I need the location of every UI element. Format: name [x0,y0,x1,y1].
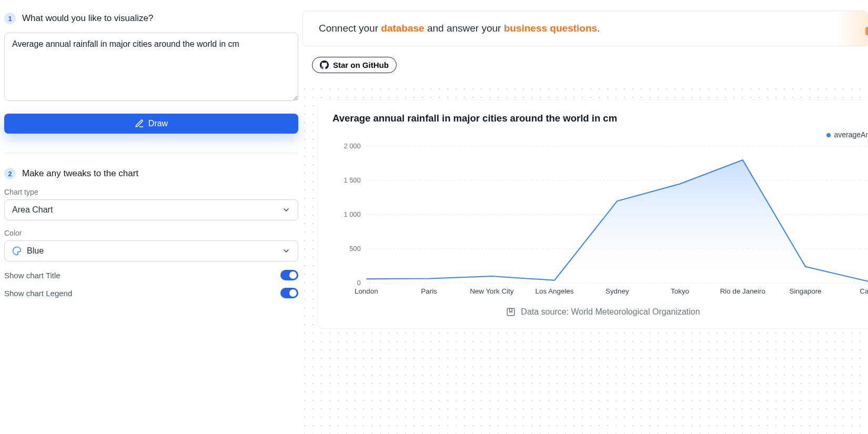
toggle-title-row: Show chart Title [4,270,298,280]
draw-button[interactable]: Draw [4,114,298,134]
draw-button-label: Draw [148,119,168,128]
toggle-legend[interactable] [280,288,298,298]
svg-text:Los Angeles: Los Angeles [536,287,574,295]
step-2-label: Make any tweaks to the chart [22,168,138,179]
chart-plot: 05001 0001 5002 000LondonParisNew York C… [332,142,868,300]
chart-source-row: Data source: World Meteorological Organi… [332,307,868,317]
chart-type-value: Area Chart [12,205,53,215]
legend-dot [826,133,831,137]
svg-text:2 000: 2 000 [344,143,360,150]
banner-highlight-questions: business questions [504,23,597,34]
svg-text:0: 0 [357,279,360,287]
svg-text:Tokyo: Tokyo [671,287,689,295]
toggle-title-label: Show chart Title [4,271,60,280]
banner-text-pre: Connect your [319,23,381,34]
step-1-label: What would you like to visualize? [22,13,153,24]
color-value: Blue [27,246,44,256]
svg-text:Sydney: Sydney [605,287,629,295]
chevron-down-icon [282,206,290,214]
canvas-area: Average annual rainfall in major cities … [302,83,868,434]
svg-text:Paris: Paris [421,287,437,295]
chevron-down-icon [282,247,290,255]
color-select[interactable]: Blue [4,240,298,261]
chart-source-text: Data source: World Meteorological Organi… [521,307,700,317]
query-input[interactable] [4,33,298,101]
svg-text:Rio de Janeiro: Rio de Janeiro [720,287,765,295]
github-star-label: Star on GitHub [333,60,389,69]
svg-text:1 000: 1 000 [344,211,360,218]
banner-text-mid: and answer your [425,23,504,34]
bookmark-icon [506,307,516,317]
banner-highlight-database: database [381,23,424,34]
svg-text:Singapore: Singapore [790,287,822,295]
promo-banner: Connect your database and answer your bu… [302,11,868,46]
legend-label: averageAnn [834,130,868,139]
palette-icon [12,246,22,256]
step-2-row: 2 Make any tweaks to the chart [4,168,298,179]
banner-text-post: . [597,23,600,34]
svg-text:London: London [355,287,378,295]
step-2-badge: 2 [4,168,16,179]
section-divider [4,153,298,153]
step-1-row: 1 What would you like to visualize? [4,13,298,24]
chart-legend: averageAnn [332,130,868,139]
left-panel: 1 What would you like to visualize? Draw… [0,0,302,434]
chart-type-select[interactable]: Area Chart [4,199,298,220]
chart-title: Average annual rainfall in major cities … [332,113,868,124]
svg-text:500: 500 [349,245,361,253]
banner-gradient [836,11,867,46]
pencil-icon [135,119,144,128]
chart-card: Average annual rainfall in major cities … [317,99,868,329]
svg-text:Cairo: Cairo [860,287,868,295]
toggle-title[interactable] [280,270,298,280]
color-label: Color [4,229,298,237]
banner-accent [865,27,868,35]
github-star-button[interactable]: Star on GitHub [312,57,397,73]
chart-type-label: Chart type [4,188,298,196]
svg-text:1 500: 1 500 [344,177,360,184]
toggle-legend-row: Show chart Legend [4,288,298,298]
toggle-legend-label: Show chart Legend [4,289,72,298]
step-1-badge: 1 [4,13,16,24]
right-panel: Connect your database and answer your bu… [302,0,868,434]
svg-text:New York City: New York City [470,287,514,295]
github-icon [320,60,329,69]
